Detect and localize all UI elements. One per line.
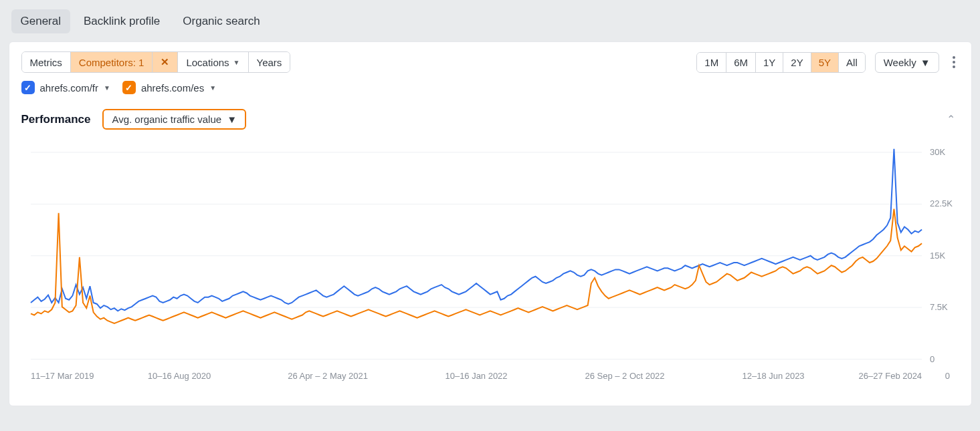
- range-6m[interactable]: 6M: [726, 53, 755, 72]
- svg-text:26 Apr – 2 May 2021: 26 Apr – 2 May 2021: [288, 371, 368, 381]
- date-range-group: 1M 6M 1Y 2Y 5Y All: [696, 52, 865, 73]
- range-all[interactable]: All: [838, 53, 865, 72]
- svg-text:26 Sep – 2 Oct 2022: 26 Sep – 2 Oct 2022: [585, 371, 664, 381]
- metrics-filter[interactable]: Metrics: [22, 52, 70, 72]
- series-toggle-blue[interactable]: ✓ ahrefs.com/fr ▼: [21, 81, 110, 94]
- toolbar: Metrics Competitors: 1 ✕ Locations ▼ Yea…: [9, 42, 971, 77]
- range-1m[interactable]: 1M: [697, 53, 726, 72]
- close-icon: ✕: [161, 56, 169, 68]
- chevron-down-icon: ▼: [209, 84, 216, 92]
- svg-text:0: 0: [945, 371, 949, 381]
- years-filter[interactable]: Years: [248, 52, 290, 72]
- tab-backlink-profile[interactable]: Backlink profile: [74, 9, 169, 33]
- chevron-down-icon: ▼: [227, 114, 237, 125]
- svg-text:7.5K: 7.5K: [930, 302, 948, 312]
- competitors-filter-label: Competitors: 1: [79, 57, 144, 68]
- svg-text:22.5K: 22.5K: [930, 198, 953, 208]
- chevron-down-icon: ▼: [233, 59, 240, 66]
- svg-text:15K: 15K: [930, 251, 945, 261]
- more-menu[interactable]: [949, 52, 959, 72]
- performance-line-chart[interactable]: 07.5K15K22.5K30K 11–17 Mar 201910–16 Aug…: [21, 139, 959, 392]
- performance-panel: Metrics Competitors: 1 ✕ Locations ▼ Yea…: [9, 41, 972, 406]
- chart-area: 07.5K15K22.5K30K 11–17 Mar 201910–16 Aug…: [9, 132, 971, 406]
- svg-text:12–18 Jun 2023: 12–18 Jun 2023: [742, 371, 804, 381]
- metric-select[interactable]: Avg. organic traffic value ▼: [102, 109, 246, 130]
- granularity-select[interactable]: Weekly ▼: [875, 52, 939, 73]
- filter-group: Metrics Competitors: 1 ✕ Locations ▼ Yea…: [21, 51, 291, 73]
- range-2y[interactable]: 2Y: [783, 53, 810, 72]
- metric-select-label: Avg. organic traffic value: [112, 114, 221, 125]
- checkbox-checked-icon: ✓: [21, 81, 35, 94]
- chart-header: Performance Avg. organic traffic value ▼…: [9, 104, 971, 132]
- chart-title: Performance: [21, 113, 91, 126]
- competitors-filter[interactable]: Competitors: 1: [70, 52, 153, 72]
- competitors-clear[interactable]: ✕: [152, 52, 177, 72]
- series-orange-label: ahrefs.com/es: [141, 82, 204, 94]
- series-legend: ✓ ahrefs.com/fr ▼ ✓ ahrefs.com/es ▼: [9, 77, 971, 104]
- locations-filter-label: Locations: [186, 57, 229, 68]
- svg-text:10–16 Aug 2020: 10–16 Aug 2020: [147, 371, 210, 381]
- checkbox-checked-icon: ✓: [122, 81, 136, 94]
- chevron-down-icon: ▼: [104, 84, 110, 92]
- svg-text:30K: 30K: [930, 147, 945, 157]
- series-blue-label: ahrefs.com/fr: [40, 82, 99, 94]
- svg-text:0: 0: [930, 354, 935, 364]
- chevron-down-icon: ▼: [920, 57, 930, 68]
- collapse-chart-button[interactable]: ⌃: [943, 110, 959, 128]
- tab-general[interactable]: General: [11, 9, 70, 33]
- svg-text:11–17 Mar 2019: 11–17 Mar 2019: [30, 371, 93, 381]
- granularity-label: Weekly: [884, 57, 916, 68]
- range-5y[interactable]: 5Y: [811, 53, 838, 72]
- tab-organic-search[interactable]: Organic search: [173, 9, 269, 33]
- svg-text:26–27 Feb 2024: 26–27 Feb 2024: [858, 371, 921, 381]
- series-toggle-orange[interactable]: ✓ ahrefs.com/es ▼: [122, 81, 216, 94]
- locations-filter[interactable]: Locations ▼: [177, 52, 248, 72]
- chevron-up-icon: ⌃: [947, 114, 955, 125]
- svg-text:10–16 Jan 2022: 10–16 Jan 2022: [445, 371, 507, 381]
- range-1y[interactable]: 1Y: [755, 53, 783, 72]
- main-tabs: General Backlink profile Organic search: [9, 8, 972, 41]
